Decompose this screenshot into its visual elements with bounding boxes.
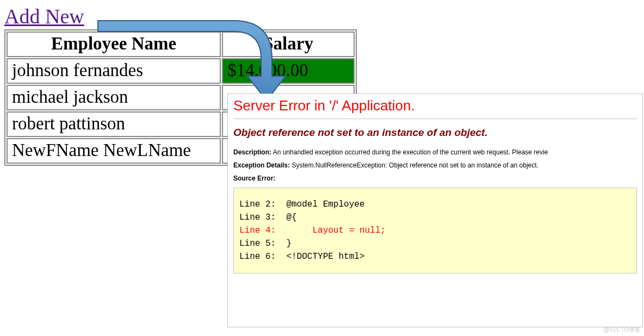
- col-header-name: Employee Name: [7, 32, 221, 57]
- table-row: johnson fernandes $14,000.00: [7, 58, 355, 84]
- cell-name: robert pattinson: [7, 111, 221, 137]
- code-line: Line 2: @model Employee: [239, 200, 364, 209]
- description-label: Description:: [233, 148, 271, 156]
- code-line: Line 5: }: [239, 239, 292, 248]
- code-line: Line 6: <!DOCTYPE html>: [239, 252, 364, 262]
- cell-name: michael jackson: [7, 85, 221, 110]
- watermark: @51CTO博客: [604, 326, 641, 334]
- add-new-link[interactable]: Add New: [4, 4, 84, 28]
- code-line-highlight: Line 4: Layout = null;: [239, 226, 386, 235]
- cell-salary: $14,000.00: [222, 58, 355, 84]
- error-subtitle: Object reference not set to an instance …: [233, 127, 637, 139]
- cell-name: johnson fernandes: [7, 58, 221, 84]
- exception-label: Exception Details:: [233, 161, 290, 169]
- code-line: Line 3: @{: [239, 213, 297, 222]
- description-text: An unhandled exception occurred during t…: [273, 148, 548, 156]
- col-header-salary: Salary: [222, 32, 355, 57]
- error-title: Server Error in '/' Application.: [233, 97, 637, 114]
- cell-name: NewFName NewLName: [7, 138, 221, 164]
- error-description: Description: An unhandled exception occu…: [233, 148, 637, 156]
- source-error-label: Source Error:: [233, 175, 637, 182]
- server-error-panel: Server Error in '/' Application. Object …: [227, 94, 643, 327]
- table-header-row: Employee Name Salary: [7, 32, 355, 57]
- divider: [233, 119, 637, 119]
- error-exception: Exception Details: System.NullReferenceE…: [233, 161, 637, 169]
- exception-text: System.NullReferenceException: Object re…: [292, 161, 538, 169]
- source-code-box: Line 2: @model Employee Line 3: @{ Line …: [233, 188, 637, 273]
